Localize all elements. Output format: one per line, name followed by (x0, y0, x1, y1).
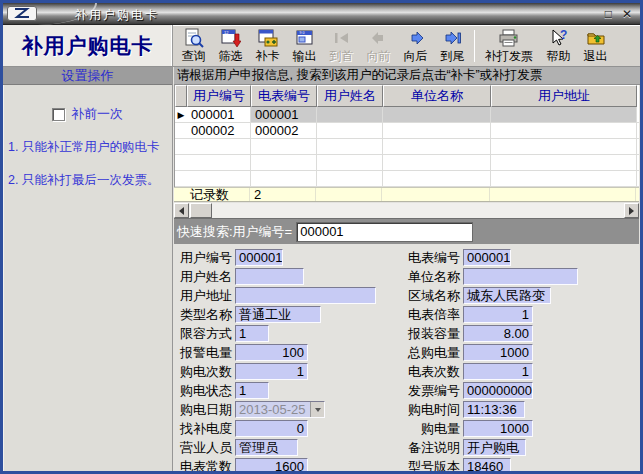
last-record-button[interactable]: 到尾 (434, 26, 471, 66)
app-window: 补用户购电卡 □ ✕ 补用户购电卡 查询 12 筛选 (0, 0, 643, 474)
grid-cell (251, 139, 317, 154)
svg-text:?: ? (560, 28, 567, 42)
grid-empty-row (175, 171, 639, 187)
grid-header-2[interactable]: 电表编号 (251, 85, 317, 107)
field-value[interactable]: 0000000001 (463, 382, 533, 399)
svg-text:9 0: 9 0 (299, 31, 304, 35)
field-value[interactable]: 1 (235, 382, 269, 399)
field-label: 总购电量 (405, 344, 463, 362)
grid-cell[interactable] (383, 123, 491, 138)
field-label: 购电时间 (405, 401, 463, 419)
go-first-label: 到首 (330, 48, 354, 65)
form-row: 型号版本18460 (405, 457, 578, 474)
grid-cell[interactable] (491, 123, 637, 138)
field-value[interactable]: 1000 (463, 420, 533, 437)
field-label: 营业人员 (177, 439, 235, 457)
form-row: 电表次数1 (405, 362, 578, 381)
grid-cell[interactable]: 000002 (251, 123, 317, 138)
filter-button[interactable]: 12 筛选 (212, 26, 249, 66)
window-title: 补用户购电卡 (75, 7, 159, 24)
field-value[interactable]: 管理员 (235, 439, 298, 456)
field-value[interactable]: 开户购电 (463, 439, 526, 456)
go-prev-icon (369, 27, 389, 48)
scroll-left-button[interactable] (174, 203, 189, 218)
go-last-icon (443, 27, 463, 48)
scroll-right-button[interactable] (624, 203, 639, 218)
field-value[interactable]: 100 (235, 344, 308, 361)
grid-cell[interactable] (317, 123, 383, 138)
grid-header-5[interactable]: 用户地址 (491, 85, 637, 107)
user-grid[interactable]: 用户编号电表编号用户姓名单位名称用户地址▶0000010000010000020… (174, 85, 639, 187)
form-row: 单位名称 (405, 267, 578, 286)
form-column-left: 用户编号000001用户姓名用户地址类型名称普通工业限容方式1报警电量100购电… (177, 248, 376, 474)
field-value[interactable]: 1 (463, 363, 533, 380)
field-value[interactable]: 普通工业 (235, 306, 321, 323)
maximize-button[interactable]: □ (605, 6, 612, 22)
next-record-button[interactable]: 向后 (397, 26, 434, 66)
grid-cell (317, 139, 383, 154)
field-value[interactable]: 000001 (463, 249, 511, 266)
purchase-date-dropdown[interactable]: 2013-05-25 (235, 401, 325, 418)
go-next-label: 向后 (404, 48, 428, 65)
reissue-card-label: 补卡 (256, 48, 280, 65)
field-value[interactable]: 1000 (463, 344, 533, 361)
grid-cell[interactable]: 000001 (251, 107, 317, 122)
title-bar[interactable]: 补用户购电卡 □ ✕ (3, 3, 640, 25)
form-row: 报警电量100 (177, 343, 376, 362)
field-label: 用户编号 (177, 249, 235, 267)
reprint-invoice-button[interactable]: 补打发票 (478, 26, 540, 66)
app-title-panel: 补用户购电卡 (3, 25, 173, 66)
sidebar-note-2: 2. 只能补打最后一次发票。 (8, 172, 167, 189)
grid-cell[interactable] (317, 107, 383, 122)
field-value[interactable] (235, 268, 304, 285)
grid-header-1[interactable]: 用户编号 (187, 85, 251, 107)
row-indicator (175, 123, 187, 138)
table-row[interactable]: ▶000001000001 (175, 107, 639, 123)
field-value[interactable]: 1 (235, 363, 308, 380)
prev-record-button: 向前 (360, 26, 397, 66)
field-label: 购电状态 (177, 382, 235, 400)
quick-search-input[interactable] (296, 222, 473, 242)
checkbox-icon[interactable] (52, 108, 65, 121)
grid-cell (251, 155, 317, 170)
main-panel: 请根据用户申报信息, 搜索到该用户的记录后点击“补卡”或补打发票 用户编号电表编… (174, 67, 640, 471)
field-value[interactable]: 城东人民路变 (463, 287, 551, 304)
field-value[interactable]: 1 (235, 325, 269, 342)
chevron-down-icon[interactable] (310, 402, 324, 417)
query-button[interactable]: 查询 (175, 26, 212, 66)
reprint-invoice-label: 补打发票 (485, 48, 533, 65)
grid-cell[interactable]: 000001 (187, 107, 251, 122)
field-value[interactable] (463, 268, 578, 285)
field-label: 用户地址 (177, 287, 235, 305)
field-value[interactable]: 0 (235, 420, 308, 437)
field-value[interactable]: 000001 (235, 249, 283, 266)
printer-icon (498, 27, 520, 48)
grid-cell[interactable] (383, 107, 491, 122)
grid-cell[interactable]: 000002 (187, 123, 251, 138)
reissue-previous-checkbox-row[interactable]: 补前一次 (3, 105, 172, 123)
grid-cell[interactable] (491, 107, 637, 122)
field-value[interactable]: 1600 (235, 458, 308, 474)
output-button[interactable]: 9 0 输出 (286, 26, 323, 66)
grid-horizontal-scrollbar[interactable] (174, 203, 639, 218)
field-value[interactable]: 18460 (463, 458, 511, 474)
grid-header-4[interactable]: 单位名称 (383, 85, 491, 107)
field-value[interactable]: 1 (463, 306, 533, 323)
reissue-card-button[interactable]: 补卡 (249, 26, 286, 66)
help-button[interactable]: ? 帮助 (540, 26, 577, 66)
field-value[interactable]: 8.00 (463, 325, 533, 342)
query-label: 查询 (182, 48, 206, 65)
first-record-button: 到首 (323, 26, 360, 66)
field-label: 电表倍率 (405, 306, 463, 324)
detail-form: 用户编号000001用户姓名用户地址类型名称普通工业限容方式1报警电量100购电… (174, 244, 640, 471)
field-value[interactable]: 11:13:36 (463, 401, 525, 418)
card-icon (258, 27, 278, 48)
grid-header-indicator (175, 85, 187, 107)
grid-header-3[interactable]: 用户姓名 (317, 85, 383, 107)
table-row[interactable]: 000002000002 (175, 123, 639, 139)
close-button[interactable]: ✕ (622, 6, 632, 22)
exit-button[interactable]: 退出 (577, 26, 614, 66)
scrollbar-thumb[interactable] (190, 203, 212, 218)
field-label: 购电日期 (177, 401, 235, 419)
field-value[interactable] (235, 287, 376, 304)
